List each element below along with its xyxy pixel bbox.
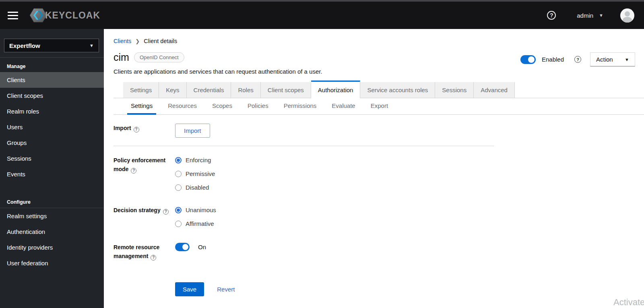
radio-enforcing[interactable]: Enforcing — [175, 156, 494, 165]
radio-button-icon[interactable] — [175, 207, 182, 213]
policy-enforcement-label: Policy enforcement mode? — [114, 156, 175, 192]
enabled-label: Enabled — [542, 56, 564, 63]
subtab-resources[interactable]: Resources — [164, 98, 200, 114]
sidebar-item-identity-providers[interactable]: Identity providers — [0, 240, 104, 255]
client-tabs-bar: Settings Keys Credentials Roles Client s… — [114, 82, 644, 98]
radio-button-icon[interactable] — [175, 221, 182, 227]
chevron-right-icon: ❯ — [135, 38, 140, 44]
subtab-export[interactable]: Export — [367, 98, 392, 114]
tab-roles[interactable]: Roles — [231, 82, 260, 98]
sidebar-item-events[interactable]: Events — [0, 166, 104, 182]
sidebar-item-groups[interactable]: Groups — [0, 135, 104, 151]
sidebar-item-client-scopes[interactable]: Client scopes — [0, 88, 104, 103]
tab-client-scopes[interactable]: Client scopes — [261, 82, 311, 98]
subtab-scopes[interactable]: Scopes — [208, 98, 236, 114]
main-content: Clients ❯ Client details cim OpenID Conn… — [104, 29, 644, 308]
caret-down-icon: ▼ — [89, 43, 94, 48]
radio-button-icon[interactable] — [175, 184, 182, 191]
user-menu[interactable]: admin ▼ — [577, 12, 603, 19]
subtab-policies[interactable]: Policies — [244, 98, 272, 114]
realm-selector[interactable]: Expertflow ▼ — [4, 39, 99, 52]
sidebar-item-clients[interactable]: Clients — [0, 72, 104, 88]
radio-button-icon[interactable] — [175, 157, 182, 163]
radio-disabled[interactable]: Disabled — [175, 183, 494, 192]
tab-service-accounts-roles[interactable]: Service accounts roles — [360, 82, 435, 98]
tab-sessions[interactable]: Sessions — [435, 82, 474, 98]
breadcrumb-link-clients[interactable]: Clients — [114, 38, 131, 44]
sidebar-item-sessions[interactable]: Sessions — [0, 151, 104, 166]
subtab-settings[interactable]: Settings — [127, 98, 156, 115]
form-divider — [114, 146, 494, 146]
decision-strategy-label: Decision strategy? — [114, 206, 175, 228]
action-dropdown[interactable]: Action ▼ — [590, 52, 635, 66]
remote-resource-label: Remote resource management? — [114, 243, 175, 260]
radio-button-icon[interactable] — [175, 171, 182, 177]
avatar[interactable] — [620, 8, 634, 23]
decision-strategy-help-icon[interactable]: ? — [163, 209, 169, 215]
breadcrumb-current: Client details — [144, 38, 177, 44]
radio-unanimous[interactable]: Unanimous — [175, 206, 494, 215]
caret-down-icon: ▼ — [599, 13, 603, 18]
authorization-subtabs-bar: Settings Resources Scopes Policies Permi… — [114, 98, 644, 115]
remote-resource-toggle[interactable] — [175, 243, 190, 251]
sidebar-item-user-federation[interactable]: User federation — [0, 255, 104, 271]
import-button[interactable]: Import — [175, 124, 210, 138]
policy-enforcement-radio-group: Enforcing Permissive Disabled — [175, 156, 494, 192]
tab-advanced[interactable]: Advanced — [474, 82, 515, 98]
windows-activation-watermark: Activate Windows Go to Settings to activ… — [613, 297, 644, 308]
client-description: Clients are applications and services th… — [114, 68, 419, 75]
radio-permissive[interactable]: Permissive — [175, 170, 494, 178]
sidebar-item-realm-settings[interactable]: Realm settings — [0, 208, 104, 224]
page-title: cim — [114, 52, 129, 63]
app-header: KEYCLOAK ? admin ▼ — [0, 2, 644, 29]
remote-resource-state: On — [198, 244, 206, 250]
revert-link[interactable]: Revert — [217, 286, 235, 293]
remote-resource-help-icon[interactable]: ? — [151, 255, 156, 260]
import-label: Import? — [114, 124, 175, 138]
tab-credentials[interactable]: Credentials — [187, 82, 231, 98]
sidebar-section-configure: Configure — [0, 193, 104, 208]
sidebar-item-authentication[interactable]: Authentication — [0, 224, 104, 240]
realm-name: Expertflow — [9, 42, 40, 49]
decision-strategy-radio-group: Unanimous Affirmative — [175, 206, 494, 228]
hamburger-menu-button[interactable] — [4, 7, 22, 23]
policy-enforcement-help-icon[interactable]: ? — [131, 168, 136, 174]
tab-settings[interactable]: Settings — [123, 82, 159, 98]
enabled-help-icon[interactable]: ? — [574, 56, 581, 63]
keycloak-logo: KEYCLOAK — [29, 7, 100, 23]
tab-authorization[interactable]: Authorization — [311, 81, 361, 98]
sidebar: Expertflow ▼ Manage Clients Client scope… — [0, 29, 104, 308]
breadcrumb: Clients ❯ Client details — [114, 38, 644, 44]
enabled-toggle[interactable] — [520, 55, 536, 64]
protocol-badge: OpenID Connect — [134, 52, 184, 62]
action-dropdown-label: Action — [596, 56, 613, 63]
username-label: admin — [577, 12, 593, 19]
caret-down-icon: ▼ — [625, 57, 629, 62]
tab-keys[interactable]: Keys — [159, 82, 186, 98]
sidebar-section-manage: Manage — [0, 58, 104, 72]
radio-affirmative[interactable]: Affirmative — [175, 219, 494, 228]
subtab-permissions[interactable]: Permissions — [280, 98, 320, 114]
import-help-icon[interactable]: ? — [134, 127, 139, 132]
help-icon[interactable]: ? — [547, 11, 556, 20]
save-button[interactable]: Save — [175, 282, 204, 296]
sidebar-item-users[interactable]: Users — [0, 119, 104, 135]
sidebar-item-realm-roles[interactable]: Realm roles — [0, 103, 104, 119]
authorization-settings-form: Import? Import Policy enforcement mode? … — [114, 115, 494, 296]
subtab-evaluate[interactable]: Evaluate — [328, 98, 359, 114]
brand-text: KEYCLOAK — [45, 10, 100, 21]
